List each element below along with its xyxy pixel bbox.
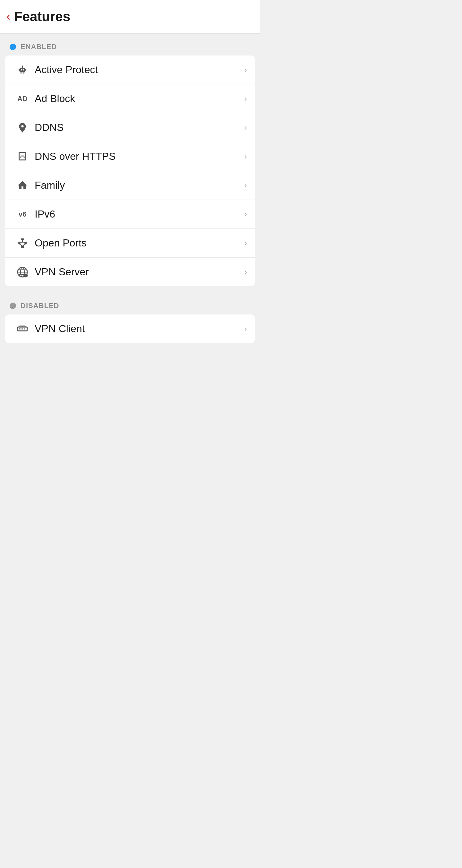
family-chevron: › <box>244 180 247 190</box>
network-icon <box>13 238 32 249</box>
open-ports-chevron: › <box>244 238 247 248</box>
svg-rect-15 <box>21 246 24 248</box>
vpn-client-chevron: › <box>244 324 247 334</box>
svg-rect-13 <box>18 242 21 244</box>
ipv6-chevron: › <box>244 209 247 219</box>
family-item[interactable]: Family › <box>5 171 255 200</box>
home-icon <box>13 180 32 191</box>
disabled-label: DISABLED <box>21 302 59 310</box>
disabled-dot <box>10 303 16 309</box>
vpn-server-chevron: › <box>244 267 247 277</box>
back-button[interactable]: ‹ <box>6 11 10 23</box>
dns-https-chevron: › <box>244 151 247 161</box>
dns-https-item[interactable]: DNS DNS over HTTPS › <box>5 142 255 171</box>
enabled-list: Active Protect › AD Ad Block › DDNS › DN… <box>5 56 255 286</box>
svg-rect-32 <box>20 325 25 327</box>
svg-rect-28 <box>19 328 21 329</box>
active-protect-item[interactable]: Active Protect › <box>5 56 255 84</box>
page-title: Features <box>14 9 70 24</box>
svg-rect-6 <box>25 69 26 71</box>
active-protect-chevron: › <box>244 65 247 75</box>
enabled-label: ENABLED <box>21 43 57 51</box>
svg-rect-2 <box>23 69 24 70</box>
disabled-list: VPN Client › <box>5 314 255 343</box>
vpn-globe-icon: ! <box>13 266 32 278</box>
ipv6-label: IPv6 <box>32 208 244 220</box>
ad-block-label: Ad Block <box>32 93 244 104</box>
dns-lock-icon: DNS <box>13 151 32 162</box>
ddns-item[interactable]: DDNS › <box>5 113 255 142</box>
ad-block-item[interactable]: AD Ad Block › <box>5 84 255 113</box>
vpn-client-label: VPN Client <box>32 323 244 335</box>
svg-text:DNS: DNS <box>20 155 25 158</box>
svg-rect-12 <box>21 239 24 240</box>
svg-rect-5 <box>19 69 20 71</box>
enabled-section-header: ENABLED <box>0 34 260 56</box>
vpn-client-item[interactable]: VPN Client › <box>5 314 255 343</box>
open-ports-item[interactable]: Open Ports › <box>5 229 255 258</box>
disabled-section-header: DISABLED <box>0 293 260 314</box>
svg-rect-1 <box>21 69 23 70</box>
svg-text:!: ! <box>25 274 26 277</box>
svg-line-17 <box>19 244 23 246</box>
vpn-server-item[interactable]: ! VPN Server › <box>5 258 255 286</box>
ipv6-icon: v6 <box>13 210 32 219</box>
svg-rect-14 <box>24 242 27 244</box>
svg-point-4 <box>22 65 23 67</box>
svg-rect-0 <box>20 68 25 72</box>
active-protect-label: Active Protect <box>32 64 244 76</box>
ad-block-icon: AD <box>13 95 32 103</box>
location-icon <box>13 122 32 133</box>
ad-block-chevron: › <box>244 94 247 104</box>
family-label: Family <box>32 179 244 191</box>
enabled-dot <box>10 44 16 50</box>
svg-rect-30 <box>24 328 26 329</box>
header: ‹ Features <box>0 0 260 34</box>
ddns-chevron: › <box>244 123 247 132</box>
dns-https-label: DNS over HTTPS <box>32 151 244 162</box>
svg-line-18 <box>23 244 26 246</box>
open-ports-label: Open Ports <box>32 237 244 249</box>
svg-rect-29 <box>22 328 23 329</box>
vpn-client-icon <box>13 323 32 335</box>
robot-icon <box>13 64 32 76</box>
ipv6-item[interactable]: v6 IPv6 › <box>5 200 255 229</box>
ddns-label: DDNS <box>32 122 244 133</box>
vpn-server-label: VPN Server <box>32 266 244 278</box>
